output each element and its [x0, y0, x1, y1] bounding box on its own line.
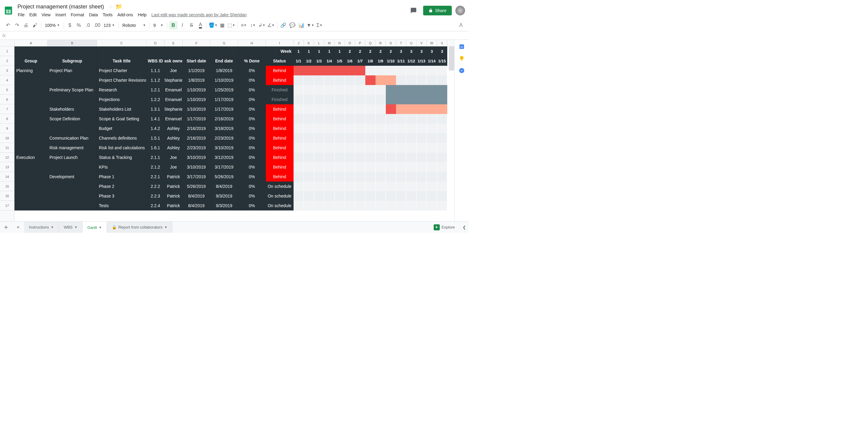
sheet-tab-instructions[interactable]: Instructions▼: [24, 222, 59, 233]
cell[interactable]: End date: [210, 56, 238, 66]
cell[interactable]: 8/4/2019: [210, 181, 238, 191]
cell[interactable]: 1/10/2019: [183, 95, 210, 104]
cell[interactable]: Behind: [266, 104, 293, 114]
row-header-15[interactable]: 15: [0, 181, 14, 191]
gantt-cell[interactable]: [365, 201, 375, 210]
gantt-cell[interactable]: [335, 85, 345, 95]
cell[interactable]: [14, 191, 48, 201]
bold-button[interactable]: B: [169, 21, 178, 30]
gantt-cell[interactable]: [427, 76, 437, 85]
cell[interactable]: 1/10/2019: [183, 104, 210, 114]
gantt-cell[interactable]: [304, 162, 314, 172]
gantt-cell[interactable]: [365, 143, 375, 152]
gantt-cell[interactable]: [375, 162, 386, 172]
cell[interactable]: [14, 143, 48, 152]
gantt-cell[interactable]: [335, 172, 345, 181]
cell[interactable]: 1/6: [345, 56, 355, 66]
gantt-cell[interactable]: [355, 143, 365, 152]
gantt-cell[interactable]: [406, 66, 416, 76]
gantt-cell[interactable]: [355, 104, 365, 114]
cell[interactable]: 1.1.1: [147, 66, 164, 76]
row-header-1[interactable]: 1: [0, 47, 14, 56]
row-header-12[interactable]: 12: [0, 152, 14, 162]
gantt-cell[interactable]: [406, 76, 416, 85]
select-all-corner[interactable]: [0, 40, 14, 46]
print-button[interactable]: 🖨: [22, 21, 30, 30]
gantt-cell[interactable]: [355, 76, 365, 85]
gantt-cell[interactable]: [437, 152, 447, 162]
cell[interactable]: 1/1/2019: [183, 66, 210, 76]
cell[interactable]: 1.2.1: [147, 85, 164, 95]
cell[interactable]: 1/11: [396, 56, 406, 66]
cell[interactable]: 0%: [238, 124, 266, 133]
gantt-cell[interactable]: [375, 143, 386, 152]
gantt-cell[interactable]: [437, 133, 447, 143]
cell[interactable]: 1/1: [293, 56, 304, 66]
gantt-cell[interactable]: [427, 172, 437, 181]
gantt-cell[interactable]: [304, 124, 314, 133]
cell[interactable]: Patrick: [164, 191, 183, 201]
gantt-cell[interactable]: [345, 201, 355, 210]
gantt-cell[interactable]: [437, 66, 447, 76]
gantt-cell[interactable]: [416, 191, 427, 201]
gantt-cell[interactable]: [375, 124, 386, 133]
gantt-cell[interactable]: [304, 114, 314, 124]
gantt-cell[interactable]: [416, 114, 427, 124]
cell[interactable]: 1/17/2019: [210, 104, 238, 114]
gantt-cell[interactable]: [416, 133, 427, 143]
sheet-tab-gantt[interactable]: Gantt▼: [83, 222, 107, 233]
cell[interactable]: 1/3: [314, 56, 324, 66]
cell[interactable]: 2: [355, 47, 365, 56]
cell[interactable]: Ashley: [164, 133, 183, 143]
cell[interactable]: 3/12/2019: [210, 152, 238, 162]
gantt-cell[interactable]: [324, 162, 335, 172]
cell[interactable]: Planning: [14, 66, 48, 76]
cell[interactable]: 1.6.1: [147, 143, 164, 152]
gantt-cell[interactable]: [345, 162, 355, 172]
cell[interactable]: Research: [97, 85, 147, 95]
gantt-cell[interactable]: [335, 95, 345, 104]
gantt-cell[interactable]: [437, 191, 447, 201]
menu-tools[interactable]: Tools: [101, 11, 115, 19]
gantt-cell[interactable]: [355, 191, 365, 201]
cell[interactable]: Scope Definition: [48, 114, 97, 124]
gantt-cell[interactable]: [416, 162, 427, 172]
gantt-cell[interactable]: [386, 152, 396, 162]
gantt-cell[interactable]: [345, 133, 355, 143]
gantt-cell[interactable]: [396, 201, 406, 210]
gantt-cell[interactable]: [314, 76, 324, 85]
col-header-H[interactable]: H: [238, 40, 266, 46]
gantt-cell[interactable]: [304, 85, 314, 95]
cell[interactable]: 0%: [238, 85, 266, 95]
gantt-cell[interactable]: [427, 133, 437, 143]
row-header-6[interactable]: 6: [0, 95, 14, 104]
gantt-cell[interactable]: [437, 172, 447, 181]
cell[interactable]: Stephanie: [164, 104, 183, 114]
gantt-cell[interactable]: [324, 124, 335, 133]
link-button[interactable]: 🔗: [279, 21, 287, 30]
cell[interactable]: [238, 47, 266, 56]
cell[interactable]: 2/16/2019: [210, 114, 238, 124]
col-header-N[interactable]: N: [335, 40, 345, 46]
cell[interactable]: 0%: [238, 191, 266, 201]
gantt-cell[interactable]: [396, 143, 406, 152]
col-header-S[interactable]: S: [386, 40, 396, 46]
cell[interactable]: [183, 47, 210, 56]
cell[interactable]: 1/8/2019: [210, 66, 238, 76]
sheets-logo[interactable]: [2, 4, 14, 17]
last-edit-link[interactable]: Last edit was made seconds ago by Jake S…: [149, 11, 249, 19]
decrease-decimal-button[interactable]: .0: [84, 21, 92, 30]
cell[interactable]: Task owner: [164, 56, 183, 66]
gantt-cell[interactable]: [324, 114, 335, 124]
gantt-cell[interactable]: [345, 191, 355, 201]
col-header-W[interactable]: W: [427, 40, 437, 46]
gantt-cell[interactable]: [386, 133, 396, 143]
cell[interactable]: Behind: [266, 162, 293, 172]
gantt-cell[interactable]: [416, 152, 427, 162]
cell[interactable]: 1/12: [406, 56, 416, 66]
cell[interactable]: 0%: [238, 133, 266, 143]
cell[interactable]: Risk management: [48, 143, 97, 152]
cell[interactable]: 2.2.3: [147, 191, 164, 201]
merge-cells-button[interactable]: ⬚▼: [227, 21, 236, 30]
menu-add-ons[interactable]: Add-ons: [115, 11, 135, 19]
